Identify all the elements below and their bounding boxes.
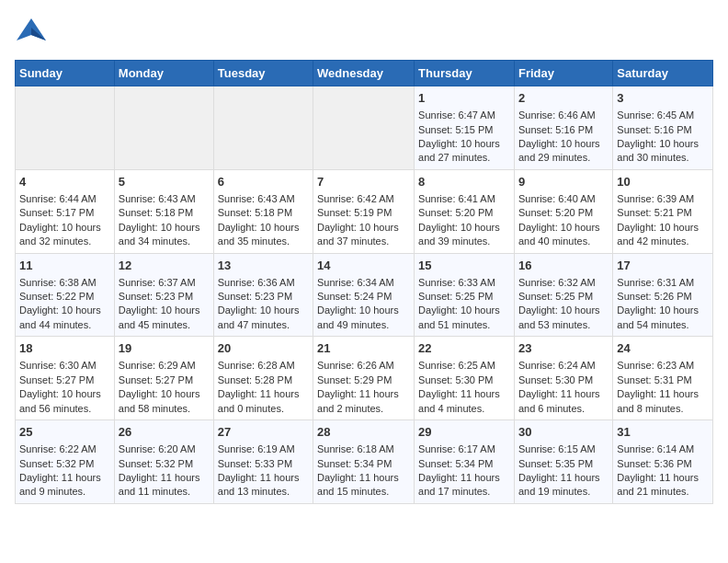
day-info: Sunrise: 6:43 AM Sunset: 5:18 PM Dayligh…: [218, 193, 300, 247]
week-row-2: 4Sunrise: 6:44 AM Sunset: 5:17 PM Daylig…: [16, 169, 713, 253]
week-row-5: 25Sunrise: 6:22 AM Sunset: 5:32 PM Dayli…: [16, 420, 713, 504]
day-info: Sunrise: 6:46 AM Sunset: 5:16 PM Dayligh…: [518, 109, 600, 163]
calendar-cell: 3Sunrise: 6:45 AM Sunset: 5:16 PM Daylig…: [613, 86, 713, 170]
week-row-4: 18Sunrise: 6:30 AM Sunset: 5:27 PM Dayli…: [16, 337, 713, 420]
calendar-cell: 4Sunrise: 6:44 AM Sunset: 5:17 PM Daylig…: [16, 169, 115, 253]
calendar-cell: 12Sunrise: 6:37 AM Sunset: 5:23 PM Dayli…: [114, 253, 213, 337]
day-number: 15: [418, 258, 510, 274]
calendar-cell: 27Sunrise: 6:19 AM Sunset: 5:33 PM Dayli…: [213, 420, 313, 504]
calendar-cell: [313, 86, 415, 170]
calendar-cell: 6Sunrise: 6:43 AM Sunset: 5:18 PM Daylig…: [213, 169, 313, 253]
day-number: 18: [19, 340, 110, 357]
day-info: Sunrise: 6:31 AM Sunset: 5:26 PM Dayligh…: [617, 277, 699, 330]
day-number: 12: [119, 258, 210, 274]
day-info: Sunrise: 6:39 AM Sunset: 5:21 PM Dayligh…: [617, 193, 699, 247]
logo: [15, 15, 51, 52]
header-day-wednesday: Wednesday: [313, 61, 415, 86]
calendar-cell: 23Sunrise: 6:24 AM Sunset: 5:30 PM Dayli…: [514, 337, 612, 420]
week-row-1: 1Sunrise: 6:47 AM Sunset: 5:15 PM Daylig…: [16, 86, 713, 170]
day-number: 21: [317, 340, 410, 357]
day-number: 24: [617, 340, 709, 357]
calendar-cell: 17Sunrise: 6:31 AM Sunset: 5:26 PM Dayli…: [613, 253, 713, 337]
calendar-cell: 25Sunrise: 6:22 AM Sunset: 5:32 PM Dayli…: [16, 420, 115, 504]
day-number: 17: [617, 258, 709, 274]
header-day-tuesday: Tuesday: [213, 61, 313, 86]
day-info: Sunrise: 6:29 AM Sunset: 5:27 PM Dayligh…: [119, 360, 200, 413]
calendar-cell: 11Sunrise: 6:38 AM Sunset: 5:22 PM Dayli…: [16, 253, 115, 337]
calendar-cell: 8Sunrise: 6:41 AM Sunset: 5:20 PM Daylig…: [415, 169, 515, 253]
day-info: Sunrise: 6:18 AM Sunset: 5:34 PM Dayligh…: [317, 443, 399, 497]
day-info: Sunrise: 6:47 AM Sunset: 5:15 PM Dayligh…: [418, 109, 500, 163]
day-info: Sunrise: 6:25 AM Sunset: 5:30 PM Dayligh…: [418, 360, 500, 413]
day-info: Sunrise: 6:15 AM Sunset: 5:35 PM Dayligh…: [518, 443, 600, 497]
calendar-cell: 16Sunrise: 6:32 AM Sunset: 5:25 PM Dayli…: [514, 253, 612, 337]
header-day-saturday: Saturday: [613, 61, 713, 86]
day-number: 5: [119, 174, 210, 190]
day-number: 19: [119, 340, 210, 357]
calendar-cell: 21Sunrise: 6:26 AM Sunset: 5:29 PM Dayli…: [313, 337, 415, 420]
day-info: Sunrise: 6:22 AM Sunset: 5:32 PM Dayligh…: [19, 443, 101, 497]
day-number: 2: [518, 90, 609, 107]
calendar-cell: [114, 86, 213, 170]
day-number: 23: [518, 340, 609, 357]
day-number: 10: [617, 174, 709, 190]
calendar-cell: 26Sunrise: 6:20 AM Sunset: 5:32 PM Dayli…: [114, 420, 213, 504]
calendar-cell: 22Sunrise: 6:25 AM Sunset: 5:30 PM Dayli…: [415, 337, 515, 420]
day-number: 6: [218, 174, 309, 190]
calendar-cell: 10Sunrise: 6:39 AM Sunset: 5:21 PM Dayli…: [613, 169, 713, 253]
day-number: 13: [218, 258, 309, 274]
day-number: 11: [19, 258, 110, 274]
calendar-cell: 14Sunrise: 6:34 AM Sunset: 5:24 PM Dayli…: [313, 253, 415, 337]
day-info: Sunrise: 6:44 AM Sunset: 5:17 PM Dayligh…: [19, 193, 101, 247]
header-day-friday: Friday: [514, 61, 612, 86]
day-info: Sunrise: 6:38 AM Sunset: 5:22 PM Dayligh…: [19, 277, 101, 330]
day-info: Sunrise: 6:30 AM Sunset: 5:27 PM Dayligh…: [19, 360, 101, 413]
day-number: 7: [317, 174, 410, 190]
header-day-monday: Monday: [114, 61, 213, 86]
day-info: Sunrise: 6:33 AM Sunset: 5:25 PM Dayligh…: [418, 277, 500, 330]
calendar-cell: 31Sunrise: 6:14 AM Sunset: 5:36 PM Dayli…: [613, 420, 713, 504]
day-number: 4: [19, 174, 110, 190]
day-info: Sunrise: 6:24 AM Sunset: 5:30 PM Dayligh…: [518, 360, 600, 413]
day-number: 14: [317, 258, 410, 274]
calendar-cell: 29Sunrise: 6:17 AM Sunset: 5:34 PM Dayli…: [415, 420, 515, 504]
calendar-cell: [16, 86, 115, 170]
calendar-cell: 28Sunrise: 6:18 AM Sunset: 5:34 PM Dayli…: [313, 420, 415, 504]
day-info: Sunrise: 6:23 AM Sunset: 5:31 PM Dayligh…: [617, 360, 699, 413]
week-row-3: 11Sunrise: 6:38 AM Sunset: 5:22 PM Dayli…: [16, 253, 713, 337]
day-info: Sunrise: 6:37 AM Sunset: 5:23 PM Dayligh…: [119, 277, 200, 330]
calendar-cell: [213, 86, 313, 170]
day-number: 1: [418, 90, 510, 107]
day-info: Sunrise: 6:34 AM Sunset: 5:24 PM Dayligh…: [317, 277, 399, 330]
day-info: Sunrise: 6:32 AM Sunset: 5:25 PM Dayligh…: [518, 277, 600, 330]
calendar-table: SundayMondayTuesdayWednesdayThursdayFrid…: [15, 60, 713, 504]
page-header: [15, 15, 713, 52]
day-info: Sunrise: 6:28 AM Sunset: 5:28 PM Dayligh…: [218, 360, 300, 413]
day-info: Sunrise: 6:20 AM Sunset: 5:32 PM Dayligh…: [119, 443, 200, 497]
day-info: Sunrise: 6:41 AM Sunset: 5:20 PM Dayligh…: [418, 193, 500, 247]
calendar-cell: 20Sunrise: 6:28 AM Sunset: 5:28 PM Dayli…: [213, 337, 313, 420]
calendar-body: 1Sunrise: 6:47 AM Sunset: 5:15 PM Daylig…: [16, 86, 713, 504]
calendar-cell: 15Sunrise: 6:33 AM Sunset: 5:25 PM Dayli…: [415, 253, 515, 337]
calendar-cell: 30Sunrise: 6:15 AM Sunset: 5:35 PM Dayli…: [514, 420, 612, 504]
day-number: 28: [317, 424, 410, 441]
day-number: 26: [119, 424, 210, 441]
calendar-cell: 2Sunrise: 6:46 AM Sunset: 5:16 PM Daylig…: [514, 86, 612, 170]
calendar-cell: 7Sunrise: 6:42 AM Sunset: 5:19 PM Daylig…: [313, 169, 415, 253]
day-info: Sunrise: 6:19 AM Sunset: 5:33 PM Dayligh…: [218, 443, 300, 497]
day-info: Sunrise: 6:43 AM Sunset: 5:18 PM Dayligh…: [119, 193, 200, 247]
header-row: SundayMondayTuesdayWednesdayThursdayFrid…: [16, 61, 713, 86]
day-info: Sunrise: 6:14 AM Sunset: 5:36 PM Dayligh…: [617, 443, 699, 497]
calendar-cell: 24Sunrise: 6:23 AM Sunset: 5:31 PM Dayli…: [613, 337, 713, 420]
day-number: 30: [518, 424, 609, 441]
day-number: 22: [418, 340, 510, 357]
header-day-sunday: Sunday: [16, 61, 115, 86]
day-info: Sunrise: 6:45 AM Sunset: 5:16 PM Dayligh…: [617, 109, 699, 163]
calendar-cell: 13Sunrise: 6:36 AM Sunset: 5:23 PM Dayli…: [213, 253, 313, 337]
day-info: Sunrise: 6:40 AM Sunset: 5:20 PM Dayligh…: [518, 193, 600, 247]
day-info: Sunrise: 6:26 AM Sunset: 5:29 PM Dayligh…: [317, 360, 399, 413]
day-number: 16: [518, 258, 609, 274]
day-number: 29: [418, 424, 510, 441]
calendar-cell: 9Sunrise: 6:40 AM Sunset: 5:20 PM Daylig…: [514, 169, 612, 253]
day-info: Sunrise: 6:17 AM Sunset: 5:34 PM Dayligh…: [418, 443, 500, 497]
